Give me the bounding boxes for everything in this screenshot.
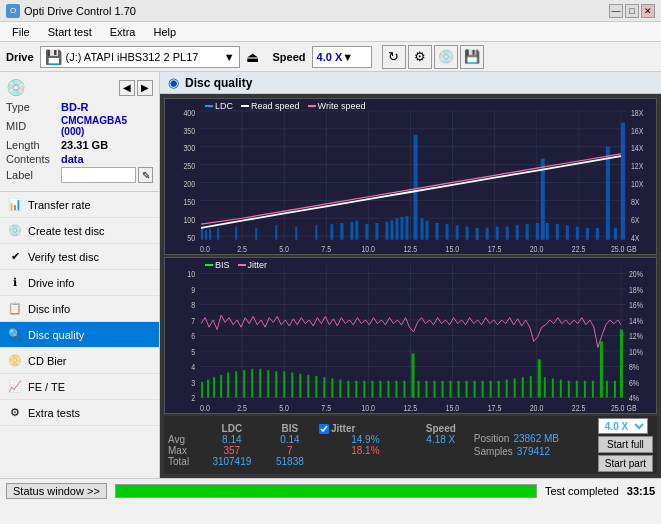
svg-rect-134 bbox=[403, 381, 405, 398]
svg-text:6: 6 bbox=[191, 331, 195, 341]
menu-file[interactable]: File bbox=[4, 24, 38, 40]
sidebar-item-extra-tests[interactable]: ⚙ Extra tests bbox=[0, 400, 159, 426]
legend-write-speed-color bbox=[308, 105, 316, 107]
minimize-button[interactable]: — bbox=[609, 4, 623, 18]
svg-rect-157 bbox=[584, 381, 586, 398]
svg-rect-42 bbox=[446, 224, 449, 240]
disc-label-input[interactable] bbox=[61, 167, 136, 183]
maximize-button[interactable]: □ bbox=[625, 4, 639, 18]
svg-rect-125 bbox=[331, 378, 333, 397]
svg-rect-25 bbox=[295, 227, 297, 240]
app-title: Opti Drive Control 1.70 bbox=[24, 5, 136, 17]
refresh-button[interactable]: ↻ bbox=[382, 45, 406, 69]
svg-rect-38 bbox=[414, 135, 418, 240]
legend-bis: BIS bbox=[205, 260, 230, 270]
svg-rect-109 bbox=[207, 380, 209, 398]
length-value: 23.31 GB bbox=[61, 139, 108, 151]
max-bis: 7 bbox=[261, 445, 319, 456]
sidebar-item-disc-quality[interactable]: 🔍 Disc quality bbox=[0, 322, 159, 348]
buttons-area: 4.0 X 2.0 X 8.0 X Start full Start part bbox=[598, 418, 653, 472]
start-part-button[interactable]: Start part bbox=[598, 455, 653, 472]
svg-rect-54 bbox=[556, 224, 559, 240]
sidebar-item-drive-info[interactable]: ℹ Drive info bbox=[0, 270, 159, 296]
menu-start-test[interactable]: Start test bbox=[40, 24, 100, 40]
type-value: BD-R bbox=[61, 101, 89, 113]
toolbar-icons: ↻ ⚙ 💿 💾 bbox=[382, 45, 484, 69]
sidebar-item-create-test-disc[interactable]: 💿 Create test disc bbox=[0, 218, 159, 244]
eject-button[interactable]: ⏏ bbox=[246, 49, 259, 65]
sidebar-item-cd-bier[interactable]: 📀 CD Bier bbox=[0, 348, 159, 374]
max-jitter: 18.1% bbox=[319, 445, 412, 456]
max-speed bbox=[412, 445, 470, 456]
sidebar-item-fe-te[interactable]: 📈 FE / TE bbox=[0, 374, 159, 400]
window-controls[interactable]: — □ ✕ bbox=[609, 4, 655, 18]
disc-next-button[interactable]: ▶ bbox=[137, 80, 153, 96]
svg-rect-159 bbox=[600, 341, 603, 397]
col-header-ldc: LDC bbox=[203, 423, 261, 434]
sidebar-item-disc-info[interactable]: 📋 Disc info bbox=[0, 296, 159, 322]
legend-write-speed: Write speed bbox=[308, 101, 366, 111]
svg-rect-31 bbox=[365, 224, 368, 240]
label-edit-button[interactable]: ✎ bbox=[138, 167, 153, 183]
stats-table: LDC BIS Jitter Speed bbox=[168, 423, 470, 467]
legend-bis-color bbox=[205, 264, 213, 266]
col-header-bis: BIS bbox=[261, 423, 319, 434]
svg-rect-110 bbox=[213, 377, 215, 397]
svg-rect-39 bbox=[421, 218, 424, 239]
status-window-button[interactable]: Status window >> bbox=[6, 483, 107, 499]
chart2-svg: 10 9 8 7 6 5 4 3 2 20% 18% 16% 14% 12% 1… bbox=[165, 258, 656, 413]
progress-bar-container bbox=[115, 484, 537, 498]
test-speed-dropdown[interactable]: 4.0 X 2.0 X 8.0 X bbox=[598, 418, 648, 434]
svg-text:16X: 16X bbox=[631, 126, 643, 136]
drive-icon: 💾 bbox=[45, 49, 62, 65]
menu-help[interactable]: Help bbox=[145, 24, 184, 40]
settings-button[interactable]: ⚙ bbox=[408, 45, 432, 69]
svg-rect-154 bbox=[560, 380, 562, 398]
progress-bar-fill bbox=[116, 485, 536, 497]
svg-text:2.5: 2.5 bbox=[237, 403, 247, 413]
svg-text:12.5: 12.5 bbox=[403, 244, 417, 254]
svg-rect-162 bbox=[620, 330, 623, 398]
svg-rect-60 bbox=[614, 228, 617, 240]
contents-value: data bbox=[61, 153, 84, 165]
contents-label: Contents bbox=[6, 153, 61, 165]
svg-rect-108 bbox=[201, 382, 203, 398]
stats-row-max: Max 357 7 18.1% bbox=[168, 445, 470, 456]
drive-select-container[interactable]: 💾 (J:) ATAPI iHBS312 2 PL17 ▼ bbox=[40, 46, 240, 68]
transfer-rate-icon: 📊 bbox=[8, 198, 22, 212]
svg-rect-36 bbox=[400, 217, 403, 240]
svg-rect-57 bbox=[586, 228, 589, 240]
disc-prev-button[interactable]: ◀ bbox=[119, 80, 135, 96]
svg-rect-123 bbox=[315, 376, 317, 397]
jitter-checkbox[interactable] bbox=[319, 424, 329, 434]
svg-text:400: 400 bbox=[183, 108, 195, 118]
svg-text:250: 250 bbox=[183, 162, 195, 172]
legend-read-speed: Read speed bbox=[241, 101, 300, 111]
svg-rect-61 bbox=[621, 123, 625, 240]
disc-button[interactable]: 💿 bbox=[434, 45, 458, 69]
disc-icon: 💿 bbox=[6, 78, 26, 97]
svg-rect-43 bbox=[456, 225, 459, 239]
start-full-button[interactable]: Start full bbox=[598, 436, 653, 453]
svg-rect-129 bbox=[363, 381, 365, 398]
svg-text:7.5: 7.5 bbox=[321, 244, 331, 254]
sidebar-item-verify-test-disc[interactable]: ✔ Verify test disc bbox=[0, 244, 159, 270]
save-button[interactable]: 💾 bbox=[460, 45, 484, 69]
svg-text:350: 350 bbox=[183, 126, 195, 136]
svg-rect-147 bbox=[506, 380, 508, 398]
speed-dropdown-row: 4.0 X 2.0 X 8.0 X bbox=[598, 418, 653, 434]
svg-rect-22 bbox=[235, 227, 237, 240]
svg-text:4: 4 bbox=[191, 362, 196, 372]
max-label: Max bbox=[168, 445, 203, 456]
svg-rect-124 bbox=[323, 377, 325, 397]
close-button[interactable]: ✕ bbox=[641, 4, 655, 18]
speed-select[interactable]: 4.0 X ▼ bbox=[312, 46, 372, 68]
svg-text:8X: 8X bbox=[631, 198, 640, 208]
svg-rect-58 bbox=[596, 228, 599, 240]
position-row: Position 23862 MB bbox=[474, 433, 594, 444]
disc-info-icon: 📋 bbox=[8, 302, 22, 316]
legend-jitter: Jitter bbox=[238, 260, 268, 270]
menu-extra[interactable]: Extra bbox=[102, 24, 144, 40]
svg-text:200: 200 bbox=[183, 180, 195, 190]
sidebar-item-transfer-rate[interactable]: 📊 Transfer rate bbox=[0, 192, 159, 218]
